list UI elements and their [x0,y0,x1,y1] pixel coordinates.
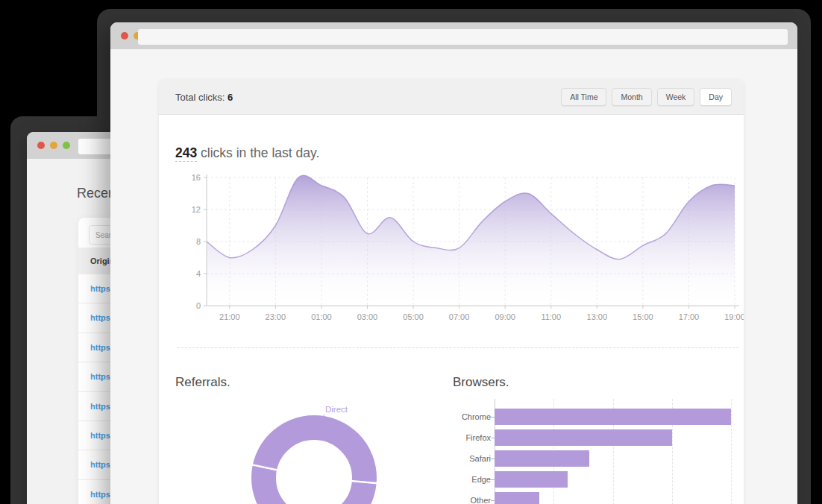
bar-other [495,492,539,504]
maximize-window-icon[interactable] [63,142,70,149]
analytics-card-header: Total clicks: 6 All TimeMonthWeekDay [159,80,744,115]
x-axis-tick-label: 01:00 [311,312,332,321]
x-axis-tick-label: 23:00 [266,312,286,321]
main-url-bar[interactable] [138,29,788,45]
clicks-count: 243 [175,145,197,162]
x-axis-tick-label: 15:00 [633,312,653,321]
minimize-window-icon[interactable] [50,142,57,149]
range-button-month[interactable]: Month [612,88,651,106]
time-range-button-group: All TimeMonthWeekDay [561,88,732,106]
bar-safari [495,450,589,467]
x-axis-tick-label: 17:00 [679,312,700,321]
bar-category-label: Chrome [453,412,491,421]
range-button-all-time[interactable]: All Time [561,88,606,106]
y-axis-tick-label: 12 [192,205,201,214]
bar-category-label: Safari [453,454,491,463]
bar-row-other: Other [453,490,738,504]
total-clicks-label: Total clicks: 6 [175,92,233,103]
page-background: Recen Origin https:https:https:https:htt… [0,0,822,504]
bar-firefox [495,429,672,446]
donut-segment-label-direct: Direct [325,405,348,414]
close-window-icon[interactable] [37,142,45,149]
x-axis-tick-label: 19:00 [724,312,744,321]
x-axis-tick-label: 05:00 [403,312,424,321]
y-axis-tick-label: 16 [192,173,201,182]
browsers-bar-chart: ChromeFirefoxSafariEdgeOther [453,399,738,504]
bar-edge [495,471,568,488]
range-button-week[interactable]: Week [657,88,695,106]
total-clicks-text: Total clicks: [175,92,228,103]
x-axis-tick-label: 11:00 [541,312,561,321]
x-axis-tick-label: 07:00 [449,312,470,321]
browsers-section-title: Browsers. [453,375,509,390]
bar-category-label: Edge [453,475,491,484]
y-axis-tick-label: 0 [196,301,201,310]
section-divider [178,347,738,348]
range-button-day[interactable]: Day [700,88,732,106]
y-axis-tick-label: 4 [196,269,201,278]
bar-chrome [495,409,731,425]
clicks-headline-text: clicks in the last day. [197,145,319,160]
bar-row-chrome: Chrome [453,406,738,427]
referrals-section-title: Referrals. [175,375,230,390]
bar-category-label: Firefox [453,433,491,442]
bar-row-safari: Safari [453,448,738,469]
x-axis-tick-label: 03:00 [357,312,378,321]
clicks-headline: 243 clicks in the last day. [175,145,319,161]
analytics-card: Total clicks: 6 All TimeMonthWeekDay 243… [159,80,744,504]
referrals-donut-chart: Direct [175,392,444,504]
x-axis-tick-label: 09:00 [495,312,515,321]
close-window-icon[interactable] [121,32,128,40]
main-window-titlebar [110,22,797,49]
bar-row-firefox: Firefox [453,427,738,448]
clicks-area-chart: 048121621:0023:0001:0003:0005:0007:0009:… [159,169,744,327]
y-axis-tick-label: 8 [196,237,201,246]
main-browser-window: Total clicks: 6 All TimeMonthWeekDay 243… [110,22,797,504]
x-axis-tick-label: 13:00 [587,312,608,321]
x-axis-tick-label: 21:00 [219,312,240,321]
bar-row-edge: Edge [453,469,738,490]
bar-category-label: Other [453,496,491,504]
total-clicks-value: 6 [228,92,233,103]
